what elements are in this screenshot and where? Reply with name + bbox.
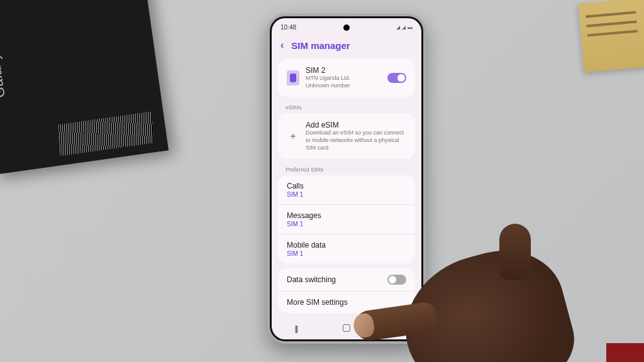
mobile-data-label: Mobile data xyxy=(287,241,326,250)
status-icons: ◢ ◢ ▬ xyxy=(396,25,413,30)
status-time: 10:48 xyxy=(280,24,296,31)
front-camera xyxy=(343,25,350,31)
sim2-toggle[interactable] xyxy=(387,73,406,83)
add-esim-card[interactable]: + Add eSIM Download an eSIM so you can c… xyxy=(278,113,415,159)
back-button[interactable]: ‹ xyxy=(280,40,284,51)
box-barcode xyxy=(58,111,153,156)
product-box: Galaxy S25 Ultra xyxy=(0,0,169,175)
plus-icon: + xyxy=(287,130,299,143)
mobile-data-value: SIM 1 xyxy=(287,250,326,257)
page-header: ‹ SIM manager xyxy=(272,36,421,58)
sim2-carrier: MTN Uganda Ltd. xyxy=(306,75,381,82)
corner-mark xyxy=(606,343,644,362)
calls-label: Calls xyxy=(287,182,304,190)
sim2-title: SIM 2 xyxy=(306,66,381,75)
user-hand xyxy=(342,217,569,362)
calls-value: SIM 1 xyxy=(287,191,304,198)
sim-card-icon xyxy=(287,70,299,85)
more-sim-settings-label: More SIM settings xyxy=(287,298,348,307)
data-switching-label: Data switching xyxy=(287,275,336,284)
preferred-section-label: Preferred SIMs xyxy=(272,164,421,175)
messages-value: SIM 1 xyxy=(287,221,321,228)
sim2-number: Unknown number xyxy=(306,82,381,90)
esims-section-label: eSIMs xyxy=(272,102,421,113)
add-esim-desc: Download an eSIM so you can connect to m… xyxy=(306,129,406,151)
sim2-card[interactable]: SIM 2 MTN Uganda Ltd. Unknown number xyxy=(278,58,415,97)
wooden-object xyxy=(578,0,644,72)
box-label: Galaxy S25 Ultra xyxy=(0,0,9,99)
calls-item[interactable]: Calls SIM 1 xyxy=(278,175,415,205)
messages-label: Messages xyxy=(287,211,321,220)
add-esim-title: Add eSIM xyxy=(306,121,406,129)
page-title: SIM manager xyxy=(291,40,350,51)
nav-recent-button[interactable]: ||| xyxy=(294,324,297,333)
